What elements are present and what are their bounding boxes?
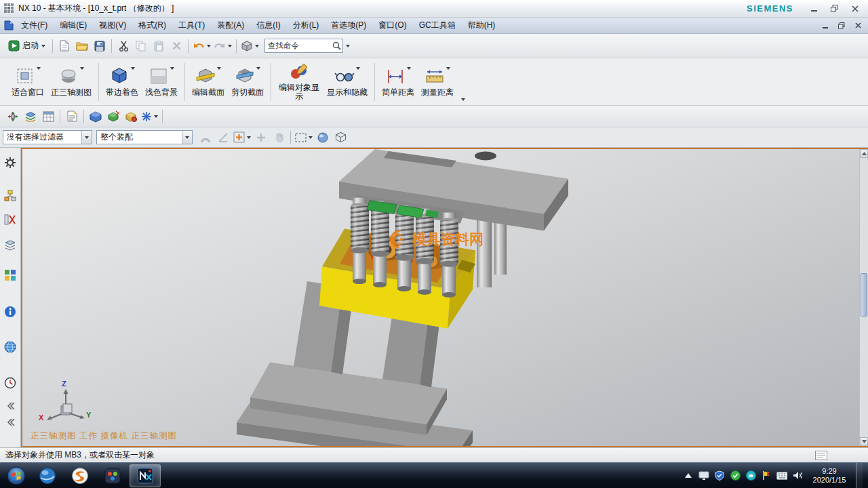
close-button[interactable] (846, 3, 864, 15)
measure-distance-button[interactable]: 测量距离 (418, 65, 457, 99)
edit-object-display-button[interactable]: 编辑对象显示 (275, 60, 323, 103)
simple-distance-caret[interactable] (407, 67, 411, 70)
menu-window[interactable]: 窗口(O) (372, 18, 412, 34)
roles-gear-icon[interactable] (4, 156, 16, 169)
menu-analysis[interactable]: 分析(L) (287, 18, 326, 34)
light-background-button[interactable]: 浅色背景 (142, 65, 181, 99)
menu-tools[interactable]: 工具(T) (172, 18, 211, 34)
shaded-with-edges-caret[interactable] (131, 67, 135, 70)
menu-assemblies[interactable]: 装配(A) (211, 18, 250, 34)
assembly-constraints-button[interactable] (140, 108, 159, 125)
redo-button[interactable] (212, 37, 233, 55)
wireframe-cube-button[interactable] (332, 129, 349, 146)
child-restore-button[interactable] (834, 20, 849, 31)
constraint-navigator-icon[interactable] (4, 213, 16, 226)
show-desktop-button[interactable] (856, 463, 863, 488)
minimize-button[interactable] (805, 3, 823, 15)
vertical-scrollbar[interactable] (859, 149, 868, 446)
clip-section-caret[interactable] (256, 67, 260, 70)
assembly-constraints-caret[interactable] (154, 115, 158, 118)
toolbar-overflow-caret[interactable] (461, 98, 465, 101)
web-browser-icon[interactable] (4, 340, 16, 354)
fit-window-caret[interactable] (37, 67, 41, 70)
menu-information[interactable]: 信息(I) (250, 18, 286, 34)
selection-filter-select[interactable]: 没有选择过滤器 (3, 130, 92, 144)
pattern-grid-button[interactable] (39, 108, 57, 125)
search-icon[interactable] (330, 41, 342, 52)
flag-action-center-icon[interactable] (761, 470, 772, 481)
taskbar-sogou-icon[interactable] (64, 464, 96, 487)
redo-caret[interactable] (228, 45, 232, 47)
hidden-icons-button[interactable] (683, 470, 694, 481)
report-button[interactable] (63, 108, 81, 125)
new-file-button[interactable] (56, 37, 73, 55)
save-button[interactable] (91, 37, 108, 55)
shaded-with-edges-button[interactable]: 带边着色 (102, 65, 142, 99)
menu-view[interactable]: 视图(V) (93, 18, 132, 34)
collapse-chevron-icon[interactable] (5, 415, 15, 429)
menu-help[interactable]: 帮助(H) (462, 18, 502, 34)
scroll-down-button[interactable] (860, 437, 868, 446)
clip-section-button[interactable]: 剪切截面 (228, 65, 267, 99)
copy-button[interactable] (132, 37, 150, 55)
simple-distance-button[interactable]: 简单距离 (378, 65, 418, 99)
interpart-link-caret[interactable] (247, 136, 251, 139)
reuse-library-icon[interactable] (4, 268, 16, 282)
new-component-button[interactable] (122, 108, 140, 125)
history-clock-icon[interactable] (4, 376, 16, 390)
assembly-scope-select[interactable]: 整个装配 (96, 130, 193, 144)
grab-hand-button[interactable] (270, 129, 288, 146)
scrollbar-thumb[interactable] (861, 273, 867, 317)
snap-angle-button[interactable] (214, 129, 232, 146)
collapse-chevron-icon[interactable] (5, 399, 15, 413)
scroll-up-button[interactable] (860, 149, 868, 158)
isometric-view-button[interactable]: 正三轴测图 (47, 65, 95, 99)
hd3d-info-icon[interactable] (4, 305, 16, 319)
undo-button[interactable] (191, 37, 212, 55)
command-search-input[interactable] (265, 42, 330, 50)
ime-keyboard-icon[interactable] (776, 470, 787, 481)
update-shield-icon[interactable] (714, 470, 725, 481)
move-component-button[interactable] (87, 108, 104, 125)
status-corner-icon[interactable] (815, 451, 827, 460)
highlight-sphere-button[interactable] (314, 129, 332, 146)
view-orient-button[interactable] (239, 37, 260, 55)
menu-preferences[interactable]: 首选项(P) (325, 18, 372, 34)
delete-button[interactable] (167, 37, 185, 55)
open-button[interactable] (73, 37, 91, 55)
taskbar-tool-icon[interactable] (97, 464, 128, 487)
undo-caret[interactable] (207, 45, 211, 47)
child-minimize-button[interactable] (818, 20, 833, 31)
taskbar-clock[interactable]: 9:29 2020/1/15 (808, 467, 851, 485)
start-button[interactable]: 启动 (4, 39, 50, 53)
child-close-button[interactable] (850, 20, 865, 31)
add-snap-button[interactable] (252, 129, 270, 146)
taskbar-nx-icon[interactable] (130, 464, 161, 487)
mar​quee-caret[interactable] (309, 136, 313, 139)
view-orient-caret[interactable] (255, 45, 259, 47)
fit-window-button[interactable]: 适合窗口 (8, 65, 47, 99)
interpart-link-button[interactable] (232, 129, 252, 146)
menu-format[interactable]: 格式(R) (132, 18, 172, 34)
selection-filter-caret[interactable] (81, 131, 92, 144)
paste-button[interactable] (150, 37, 167, 55)
maximize-button[interactable] (825, 3, 844, 15)
part-navigator-icon[interactable] (4, 239, 16, 252)
isometric-view-caret[interactable] (80, 67, 84, 70)
assembly-navigator-icon[interactable] (4, 189, 16, 203)
command-finder[interactable] (264, 39, 343, 53)
search-caret[interactable] (346, 45, 350, 47)
cut-button[interactable] (115, 37, 132, 55)
show-hide-button[interactable]: 显示和隐藏 (323, 65, 371, 99)
start-menu-button[interactable] (2, 464, 31, 487)
teal-messenger-icon[interactable] (745, 470, 756, 481)
assembly-scope-caret[interactable] (182, 131, 192, 144)
volume-icon[interactable] (792, 470, 803, 481)
taskbar-browser-icon[interactable] (32, 464, 63, 487)
snap-point-button[interactable] (197, 129, 214, 146)
menu-gc-toolbox[interactable]: GC工具箱 (413, 18, 462, 34)
edit-section-caret[interactable] (217, 67, 221, 70)
assembly-sequence-button[interactable] (22, 108, 39, 125)
light-background-caret[interactable] (170, 67, 174, 70)
menu-file[interactable]: 文件(F) (15, 18, 54, 34)
